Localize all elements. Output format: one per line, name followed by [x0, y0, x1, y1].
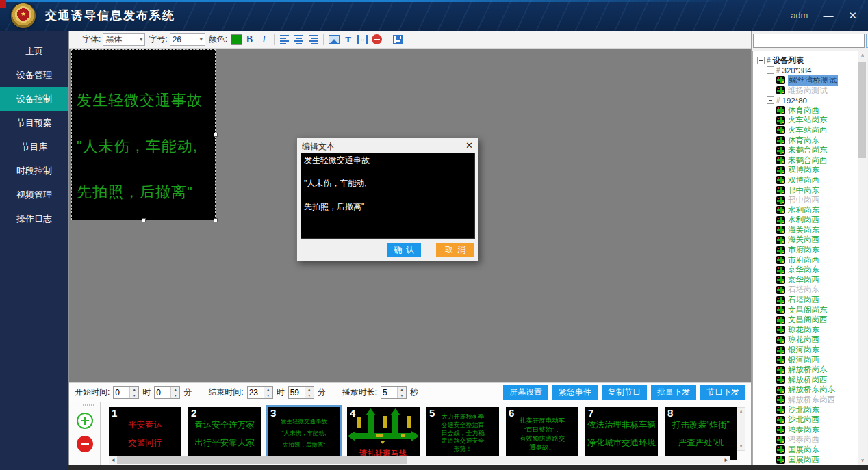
duration-stepper[interactable]: ▲▼	[381, 386, 407, 399]
design-canvas[interactable]: 发生轻微交通事故"人未伤，车能动,先拍照，后撤离" 编辑文本 ✕ 发生轻微交通事…	[69, 49, 751, 382]
device-tree-item[interactable]: 沙北岗西	[756, 415, 867, 425]
device-tree-item[interactable]: 火车站岗西	[756, 125, 867, 135]
start-hour-stepper[interactable]: ▲▼	[113, 386, 139, 399]
device-tree-item[interactable]: 市府岗西	[756, 255, 867, 265]
scrollbar-thumb[interactable]	[117, 456, 407, 464]
sidebar-item-设备控制[interactable]: 设备控制	[0, 87, 68, 111]
device-tree-item[interactable]: 石塔岗西	[756, 295, 867, 305]
end-hour-input[interactable]	[248, 387, 264, 398]
scroll-up-icon[interactable]: ∧	[739, 408, 743, 416]
end-minute-input[interactable]	[289, 387, 305, 398]
spinner-up-icon[interactable]: ▲	[305, 387, 314, 393]
sidebar-item-视频管理[interactable]: 视频管理	[0, 183, 68, 207]
close-icon[interactable]: ✕	[848, 10, 857, 21]
device-tree-item[interactable]: 国展岗西	[756, 455, 867, 465]
duration-input[interactable]	[381, 387, 397, 398]
scrollbar-thumb[interactable]	[858, 62, 866, 158]
close-icon[interactable]: ✕	[465, 140, 473, 151]
playlist-vertical-scrollbar[interactable]: ∧ ∨	[737, 407, 745, 451]
led-preview[interactable]: 发生轻微交通事故"人未伤，车能动,先拍照，后撤离"	[71, 49, 216, 220]
font-size-select[interactable]: 26▾	[170, 33, 205, 46]
device-tree-item[interactable]: 沙北岗东	[756, 405, 867, 415]
sidebar-item-节目库[interactable]: 节目库	[0, 135, 68, 159]
device-tree-item[interactable]: 鸿泰岗东	[756, 425, 867, 435]
tree-vertical-scrollbar[interactable]: ∧ ∨	[858, 51, 867, 465]
playlist-thumbnail[interactable]: 4 请礼让斑马线	[347, 407, 420, 460]
device-tree-item[interactable]: 石塔岗东	[756, 285, 867, 296]
sidebar-item-主页[interactable]: 主页	[0, 39, 68, 63]
align-center-icon[interactable]	[292, 33, 306, 47]
device-search-input[interactable]	[753, 34, 865, 48]
device-tree-item[interactable]: 双博岗东	[756, 166, 867, 176]
playlist-thumbnail[interactable]: 6扎实开展电动车“百日整治”，有效预防道路交通事故。	[506, 407, 578, 460]
device-tree-item[interactable]: 琼花岗东	[756, 325, 867, 335]
device-tree-item[interactable]: 琼花岗西	[756, 335, 867, 345]
minimize-icon[interactable]: —	[823, 10, 833, 21]
remove-icon[interactable]	[370, 33, 384, 47]
action-button-复制节目[interactable]: 复制节目	[602, 385, 647, 400]
scroll-right-icon[interactable]: ►	[722, 457, 730, 463]
device-tree-item[interactable]: 京华岗东	[756, 265, 867, 275]
font-select[interactable]: 黑体▾	[103, 33, 145, 46]
playlist-thumbnail[interactable]: 8打击改装“炸街”严查严处“机	[665, 407, 737, 460]
device-tree-item[interactable]: 解放桥岗东	[756, 365, 867, 375]
color-swatch[interactable]	[231, 34, 242, 45]
dialog-textarea[interactable]: 发生轻微交通事故 "人未伤，车能动, 先拍照，后撤离"	[301, 153, 475, 239]
scroll-down-icon[interactable]: ∨	[860, 456, 864, 465]
save-icon[interactable]	[390, 33, 405, 47]
align-left-icon[interactable]	[277, 33, 292, 47]
collapse-icon[interactable]	[767, 66, 774, 74]
device-tree-item[interactable]: 解放桥岗西	[756, 375, 867, 385]
spinner-down-icon[interactable]: ▼	[398, 393, 406, 399]
fit-width-icon[interactable]: ↔	[355, 33, 370, 47]
spinner-down-icon[interactable]: ▼	[130, 393, 138, 399]
device-tree-item[interactable]: 来鹤台岗西	[756, 155, 867, 166]
device-tree-item[interactable]: 解放桥东岗东	[756, 385, 867, 395]
device-tree-item[interactable]: 体育岗东	[756, 135, 867, 146]
playlist-thumbnail[interactable]: 5大力开展秋冬季交通安全整治百日会战，全力稳定道路交通安全形势！	[426, 407, 499, 460]
sidebar-item-操作日志[interactable]: 操作日志	[0, 207, 68, 231]
delete-program-button[interactable]	[77, 436, 93, 452]
tree-group[interactable]: #320*384	[756, 66, 867, 76]
device-tree-item[interactable]: 解放桥东岗西	[756, 395, 867, 405]
scroll-up-icon[interactable]: ∧	[860, 51, 864, 60]
collapse-icon[interactable]	[767, 96, 774, 104]
spinner-up-icon[interactable]: ▲	[398, 387, 406, 393]
spinner-up-icon[interactable]: ▲	[171, 387, 179, 393]
device-tree-item[interactable]: 银河岗西	[756, 355, 867, 365]
start-minute-stepper[interactable]: ▲▼	[154, 386, 180, 399]
start-minute-input[interactable]	[155, 387, 170, 398]
device-tree-item[interactable]: 水利岗西	[756, 216, 867, 226]
align-right-icon[interactable]	[306, 33, 320, 47]
collapse-icon[interactable]	[757, 57, 765, 64]
playlist-thumbnail[interactable]: 7依法治理非标车辆净化城市交通环境	[585, 407, 658, 460]
device-tree-item[interactable]: 文昌阁岗西	[756, 315, 867, 325]
spinner-up-icon[interactable]: ▲	[130, 387, 138, 393]
spinner-down-icon[interactable]: ▼	[305, 393, 314, 399]
playlist-thumbnail[interactable]: 1平安春运交警同行	[109, 407, 181, 460]
confirm-button[interactable]: 确认	[387, 243, 421, 257]
insert-text-icon[interactable]: T	[341, 33, 355, 47]
cancel-button[interactable]: 取消	[436, 243, 474, 257]
action-button-紧急事件[interactable]: 紧急事件	[552, 385, 598, 400]
device-tree-item[interactable]: 文昌阁岗东	[756, 305, 867, 315]
action-button-节目下发[interactable]: 节目下发	[700, 385, 745, 400]
spinner-down-icon[interactable]: ▼	[264, 393, 272, 399]
insert-image-icon[interactable]	[327, 33, 341, 47]
device-tree-item[interactable]: 水利岗东	[756, 205, 867, 216]
resize-handle[interactable]	[142, 218, 146, 222]
scroll-left-icon[interactable]: ◄	[109, 457, 117, 463]
end-minute-stepper[interactable]: ▲▼	[288, 386, 314, 399]
device-tree-item[interactable]: 国展岗东	[756, 445, 867, 455]
device-tree-item[interactable]: 鸿泰岗西	[756, 435, 867, 445]
start-hour-input[interactable]	[114, 387, 129, 398]
device-tree-item[interactable]: 火车站岗东	[756, 116, 867, 126]
device-tree-item[interactable]: 体育岗西	[756, 105, 867, 116]
device-tree-item[interactable]: 螺丝湾桥测试	[756, 75, 867, 86]
device-tree-item[interactable]: 维扬岗测试	[756, 86, 867, 96]
action-button-批量下发[interactable]: 批量下发	[651, 385, 696, 400]
add-program-button[interactable]	[77, 413, 93, 429]
tree-root[interactable]: #设备列表	[756, 55, 867, 66]
italic-button[interactable]: I	[257, 33, 271, 47]
playlist-thumbnail[interactable]: 3发生轻微交通事故"人未伤，车能动,先拍照，后撤离"	[268, 407, 340, 460]
